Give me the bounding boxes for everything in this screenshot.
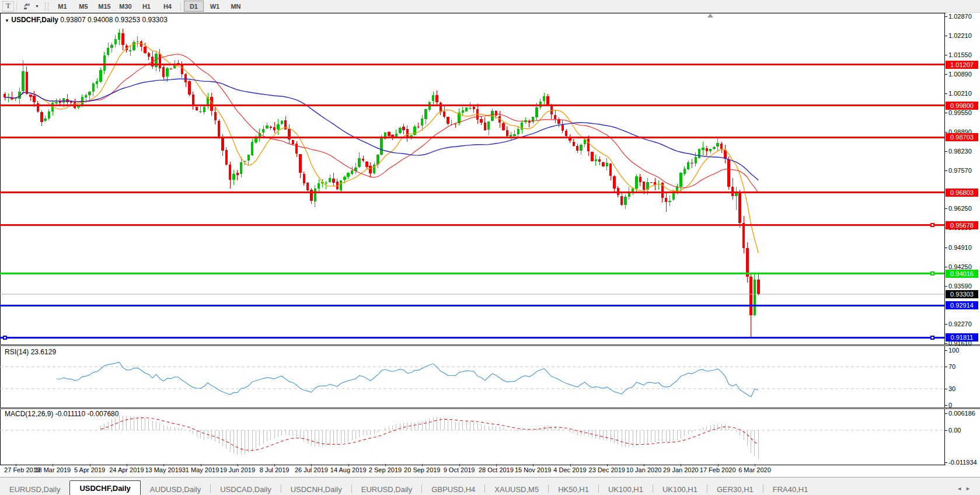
date-tick (348, 464, 349, 466)
hline-price-tag: 0.98703 (946, 133, 978, 141)
price-tick-dash (945, 113, 947, 113)
chart-tab-bar: EURUSD,DailyUSDCHF,DailyAUDUSD,DailyUSDC… (0, 477, 980, 495)
rsi-tick: 0 (948, 402, 952, 409)
tab-usdcad-daily[interactable]: USDCAD,Daily (211, 483, 280, 495)
hline-price-tag: 0.95678 (946, 221, 978, 229)
price-tick-dash (945, 170, 947, 171)
date-tick (127, 464, 127, 466)
price-tick-dash (945, 36, 947, 36)
rsi-chart (0, 346, 944, 407)
tab-fra40-h1[interactable]: FRA40,H1 (763, 483, 818, 495)
price-tick-dash (945, 208, 947, 209)
price-tick: 0.97570 (948, 167, 972, 174)
date-tick (238, 464, 238, 466)
date-tick (274, 464, 275, 466)
tab-uk100-h1[interactable]: UK100,H1 (653, 483, 707, 495)
price-tick-dash (945, 248, 947, 248)
tab-hk50-h1[interactable]: HK50,H1 (549, 483, 598, 495)
candles (4, 29, 760, 337)
tab-uk100-h1[interactable]: UK100,H1 (599, 483, 653, 495)
tab-scroll-left-icon[interactable]: ◄ (957, 486, 965, 491)
arrange-arrows-icon[interactable] (20, 1, 34, 12)
price-tick-dash (945, 16, 947, 17)
date-tick (718, 464, 719, 466)
tab-eurusd-daily[interactable]: EURUSD,Daily (352, 483, 421, 495)
macd-tick: 0.00 (948, 427, 961, 434)
moving-average-mid (5, 54, 758, 193)
moving-average-slow (5, 79, 758, 180)
macd-chart (0, 409, 944, 464)
price-tick: 1.00210 (948, 90, 972, 97)
timeframe-button-m1[interactable]: M1 (53, 1, 72, 12)
hline-price-tag: 0.92914 (946, 301, 978, 309)
price-tick-dash (945, 55, 947, 55)
price-tick: 0.93590 (948, 283, 972, 290)
rsi-tick-dash (945, 367, 947, 367)
tab-gbpusd-h4[interactable]: GBPUSD,H4 (422, 483, 484, 495)
price-chart (0, 13, 944, 346)
date-tick (459, 464, 460, 466)
tab-usdchf-daily[interactable]: USDCHF,Daily (69, 480, 140, 495)
tab-audusd-daily[interactable]: AUDUSD,Daily (141, 483, 210, 495)
timeframe-button-h4[interactable]: H4 (158, 1, 177, 12)
date-tick (607, 464, 608, 466)
toolbar-separator (16, 2, 17, 11)
chevron-down-icon[interactable]: ▼ (35, 4, 39, 8)
date-tick (16, 464, 16, 466)
price-tick: 0.98230 (948, 148, 972, 155)
rsi-tick-dash (945, 389, 947, 389)
date-tick (311, 464, 312, 466)
tab-ger30-h1[interactable]: GER30,H1 (707, 483, 763, 495)
rsi-tick: 100 (948, 347, 959, 354)
date-tick (533, 464, 533, 466)
timeframe-button-m15[interactable]: M15 (95, 1, 114, 12)
price-tick: 0.99550 (948, 109, 972, 116)
date-tick (163, 464, 164, 466)
current-price-tag: 0.93303 (946, 290, 978, 298)
hline-handle[interactable] (930, 223, 934, 227)
hline-handle[interactable] (930, 271, 934, 276)
timeframe-button-d1[interactable]: D1 (184, 1, 204, 12)
timeframe-button-mn[interactable]: MN (226, 1, 246, 12)
toolbar-grip (45, 2, 48, 11)
price-tick: 1.02210 (948, 32, 972, 39)
rsi-line (57, 362, 759, 396)
macd-tick-dash (945, 430, 947, 431)
price-tick-dash (945, 324, 947, 325)
price-tick-dash (945, 74, 947, 75)
date-tick (644, 464, 644, 466)
date-tick (385, 464, 386, 466)
price-tick: 0.94910 (948, 244, 972, 251)
tab-scroll-right-icon[interactable]: ► (965, 486, 974, 491)
date-tick (53, 464, 53, 466)
price-tick-dash (945, 93, 947, 94)
hline-price-tag: 0.96803 (946, 189, 978, 197)
tab-eurusd-daily[interactable]: EURUSD,Daily (0, 483, 69, 495)
hline-handle[interactable] (930, 336, 934, 340)
tab-xauusd-m5[interactable]: XAUUSD,M5 (485, 483, 548, 495)
text-tool-button[interactable]: T (2, 1, 14, 12)
price-tick-dash (945, 132, 947, 133)
price-tick: 1.02870 (948, 13, 972, 20)
price-tick-dash (945, 151, 947, 152)
hline-price-tag: 0.91811 (946, 333, 978, 341)
tab-scroll-arrows[interactable]: ◄► (957, 486, 974, 491)
timeframe-button-m5[interactable]: M5 (74, 1, 93, 12)
rsi-tick-dash (945, 350, 947, 351)
date-tick (496, 464, 497, 466)
timeframe-button-h1[interactable]: H1 (137, 1, 156, 12)
price-tick: 1.00890 (948, 71, 972, 78)
date-tick (201, 464, 201, 466)
macd-tick-dash (945, 462, 947, 463)
price-axis-line (944, 13, 945, 465)
hline-price-tag: 0.99800 (946, 102, 978, 110)
date-tick (90, 464, 90, 466)
date-tick (422, 464, 423, 466)
tab-usdcnh-daily[interactable]: USDCNH,Daily (281, 483, 351, 495)
timeframe-button-m30[interactable]: M30 (116, 1, 135, 12)
hline-handle[interactable] (3, 336, 7, 340)
timeframe-button-w1[interactable]: W1 (205, 1, 225, 12)
date-label: 6 Mar 2020 (730, 466, 779, 473)
macd-tick: 0.006186 (948, 410, 975, 417)
toolbar-separator (180, 2, 181, 11)
